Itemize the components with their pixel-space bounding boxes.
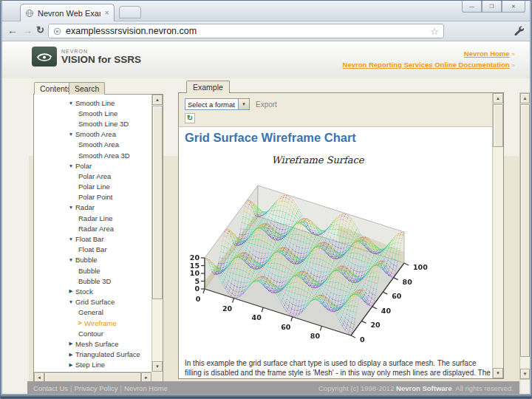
tree-item-float-bar[interactable]: Float Bar — [34, 245, 151, 255]
tree-item-grid-surface[interactable]: ▼Grid Surface — [34, 297, 151, 307]
sidebar-horizontal-scrollbar[interactable]: ◄ ► — [34, 372, 151, 382]
copyright-prefix: Copyright (c) 1998-2012 — [318, 384, 396, 392]
tree-item-label: Smooth Line — [78, 109, 117, 117]
export-button[interactable]: Export — [256, 100, 277, 109]
tree-item-smooth-area[interactable]: Smooth Area — [34, 140, 151, 150]
tree-item-mesh-surface[interactable]: ▶Mesh Surface — [34, 338, 151, 349]
tree-item-bubble-3d[interactable]: Bubble 3D — [34, 276, 151, 286]
scroll-up-icon[interactable]: ▲ — [520, 93, 530, 103]
contact-us-link[interactable]: Contact Us — [33, 384, 68, 392]
tree-item-smooth-line-3d[interactable]: Smooth Line 3D — [34, 118, 151, 129]
tree-item-radar-area[interactable]: Radar Area — [34, 223, 151, 233]
link-arrow-icon: » — [512, 51, 515, 58]
window-left-border — [1, 1, 2, 398]
page-vertical-scrollbar[interactable]: ▲ ▼ — [519, 92, 531, 380]
tree-item-polar[interactable]: ▼Polar — [34, 160, 151, 171]
tree-item-polar-area[interactable]: Polar Area — [34, 171, 151, 181]
sidebar-scroll-thumb[interactable] — [152, 106, 163, 299]
scroll-up-icon[interactable]: ▲ — [152, 95, 163, 105]
report-vertical-scrollbar[interactable]: ▲ ▼ — [492, 93, 503, 378]
selected-arrow-icon: > — [75, 319, 84, 327]
tree-item-label: Mesh Surface — [75, 340, 119, 348]
tree-item-label: Smooth Line 3D — [78, 120, 129, 128]
wrench-menu-icon[interactable] — [514, 25, 524, 38]
tree-item-label: Smooth Area 3D — [78, 151, 130, 160]
tree-item-smooth-line[interactable]: ▼Smooth Line — [34, 98, 151, 108]
header-links: Nevron Home» Nevron Reporting Services O… — [343, 48, 515, 70]
tree-item-label: Smooth Line — [75, 99, 115, 107]
tab-title: Nevron Web Examp — [38, 9, 100, 18]
tree-item-stock[interactable]: ▶Stock — [34, 286, 151, 296]
tree-item-polar-line[interactable]: Polar Line — [34, 182, 151, 192]
footer-separator: | — [70, 384, 72, 392]
browser-tab[interactable]: Nevron Web Examp ✕ — [20, 4, 115, 21]
tree-item-step-line[interactable]: ▶Step Line — [34, 360, 151, 370]
tab-close-icon[interactable]: ✕ — [104, 10, 109, 16]
sidebar-vertical-scrollbar[interactable]: ▲ ▼ — [151, 95, 163, 372]
tree-item-radar-line[interactable]: Radar Line — [34, 213, 151, 223]
scrollbar-corner — [151, 372, 163, 382]
chart-title: Wireframe Surface — [185, 154, 451, 166]
forward-icon[interactable]: → — [22, 24, 33, 36]
expand-icon: ▶ — [66, 362, 75, 368]
tree-item-label: Polar Line — [78, 183, 110, 191]
tab-search[interactable]: Search — [69, 82, 105, 95]
window-right-border — [530, 1, 531, 398]
window-bottom-border — [1, 394, 531, 398]
page-scroll-thumb[interactable] — [520, 104, 530, 357]
chevron-down-icon[interactable]: ▼ — [238, 99, 249, 109]
tree-item-label: Polar Area — [78, 172, 111, 180]
tree-item-label: Polar — [75, 162, 92, 170]
tree-item-radar[interactable]: ▼Radar — [34, 202, 151, 213]
address-bar[interactable]: examplesssrsvision.nevron.com ☆ — [48, 24, 444, 38]
tree-item-wireframe[interactable]: >Wireframe — [34, 318, 151, 328]
tree-item-label: Triangulated Surface — [75, 350, 140, 358]
tree-item-bubble[interactable]: ▼Bubble — [34, 255, 151, 265]
browser-titlebar: Nevron Web Examp ✕ — ❐ ✕ — [1, 1, 531, 21]
new-tab-button[interactable] — [119, 6, 141, 18]
export-toolbar: Select a format ▼ Export ↻ — [179, 93, 492, 127]
privacy-policy-link[interactable]: Privacy Policy — [74, 384, 117, 392]
refresh-report-icon[interactable]: ↻ — [185, 113, 195, 123]
collapse-icon: ▼ — [66, 236, 75, 242]
format-select[interactable]: Select a format ▼ — [185, 98, 250, 110]
link-arrow-icon: » — [512, 62, 515, 69]
scroll-down-icon[interactable]: ▼ — [493, 368, 503, 378]
tree-item-label: Step Line — [75, 361, 105, 369]
tree-item-float-bar[interactable]: ▼Float Bar — [34, 233, 151, 244]
tree-item-smooth-area[interactable]: ▼Smooth Area — [34, 129, 151, 140]
online-documentation-link[interactable]: Nevron Reporting Services Online Documen… — [343, 61, 510, 69]
close-button[interactable]: ✕ — [502, 1, 525, 13]
scroll-down-icon[interactable]: ▼ — [152, 361, 163, 372]
tree-item-label: Bubble — [78, 267, 100, 275]
bookmark-star-icon[interactable]: ☆ — [430, 27, 439, 36]
report-content: Grid Surface Wireframe Chart Wireframe S… — [179, 128, 492, 378]
tree-item-polar-point[interactable]: Polar Point — [34, 192, 151, 202]
tree-item-smooth-area-3d[interactable]: Smooth Area 3D — [34, 150, 151, 160]
report-scroll-thumb[interactable] — [493, 104, 503, 147]
nevron-eye-icon — [32, 47, 57, 66]
window-controls: — ❐ ✕ — [462, 1, 525, 13]
tree-item-contour[interactable]: Contour — [34, 328, 151, 338]
maximize-button[interactable]: ❐ — [482, 1, 502, 13]
minimize-button[interactable]: — — [462, 1, 482, 13]
tree-item-bubble[interactable]: Bubble — [34, 265, 151, 276]
collapse-icon: ▼ — [66, 205, 75, 210]
tree-item-general[interactable]: General — [34, 307, 151, 318]
nevron-home-link[interactable]: Nevron Home — [464, 50, 510, 58]
scroll-up-icon[interactable]: ▲ — [493, 93, 503, 103]
tab-example[interactable]: Example — [186, 81, 230, 93]
tree-item-label: Float Bar — [78, 245, 107, 253]
tree-item-label: Wireframe — [84, 319, 117, 327]
expand-icon: ▶ — [66, 288, 75, 294]
back-icon[interactable]: ← — [7, 24, 18, 36]
tree-item-triangulated-surface[interactable]: ▶Triangulated Surface — [34, 349, 151, 360]
tree-item-smooth-line[interactable]: Smooth Line — [34, 108, 151, 118]
nevron-home-footer-link[interactable]: Nevron Home — [124, 384, 168, 392]
url-text[interactable]: examplesssrsvision.nevron.com — [66, 26, 426, 36]
collapse-icon: ▼ — [66, 163, 75, 168]
reload-icon[interactable]: ↻ — [36, 24, 44, 35]
scroll-down-icon[interactable]: ▼ — [520, 369, 530, 379]
example-panel: Select a format ▼ Export ↻ Grid Surface … — [178, 92, 504, 379]
tree-item-label: Radar Area — [78, 225, 114, 233]
